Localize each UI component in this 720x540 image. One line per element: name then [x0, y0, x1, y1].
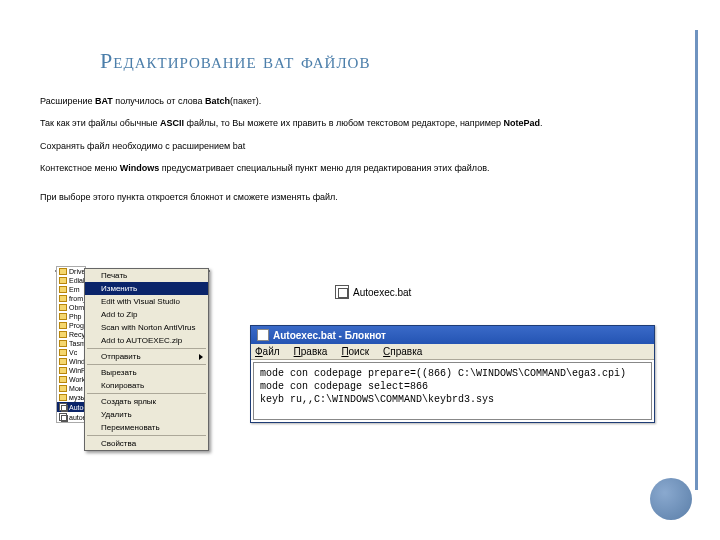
bat-file-icon: [59, 403, 67, 411]
decorative-circle: [650, 478, 692, 520]
list-item-label: Мои до: [69, 385, 85, 392]
file-list: DriverEdialerEmfrom_seObmenPhpProgramRec…: [56, 266, 86, 423]
list-item[interactable]: Tasm50: [57, 339, 85, 348]
autoexec-file-icon: Autoexec.bat: [335, 285, 411, 299]
notepad-menubar: ФайлПравкаПоискСправка: [251, 344, 654, 360]
notepad-titlebar: Autoexec.bat - Блокнот: [251, 326, 654, 344]
list-item-label: Driver: [69, 268, 85, 275]
paragraph-4: Контекстное меню Windows предусматривает…: [40, 161, 680, 175]
paragraph-5: При выборе этого пункта откроется блокно…: [40, 190, 680, 204]
menubar-item[interactable]: Справка: [383, 346, 422, 357]
list-item-label: музык: [69, 394, 85, 401]
menu-item[interactable]: Edit with Visual Studio: [85, 295, 208, 308]
list-item-label: Autoexec.bat: [69, 404, 85, 411]
explorer-context-figure: DriverEdialerEmfrom_seObmenPhpProgramRec…: [55, 270, 210, 272]
folder-icon: [59, 304, 67, 311]
list-item[interactable]: Windo: [57, 357, 85, 366]
folder-icon: [59, 313, 67, 320]
folder-icon: [59, 331, 67, 338]
list-item-label: from_se: [69, 295, 85, 302]
list-item-label: Edialer: [69, 277, 85, 284]
list-item[interactable]: Php: [57, 312, 85, 321]
menu-item[interactable]: Add to AUTOEXEC.zip: [85, 334, 208, 347]
list-item-label: Windo: [69, 358, 85, 365]
list-item[interactable]: Program: [57, 321, 85, 330]
menu-item[interactable]: Scan with Norton AntiVirus: [85, 321, 208, 334]
folder-icon: [59, 286, 67, 293]
menu-item[interactable]: Отправить: [85, 350, 208, 363]
list-item-label: WinRA: [69, 367, 85, 374]
list-item[interactable]: Edialer: [57, 276, 85, 285]
menubar-item[interactable]: Правка: [294, 346, 328, 357]
autoexec-label: Autoexec.bat: [353, 287, 411, 298]
slide-title: Редактирование bat файлов: [0, 0, 720, 74]
menubar-item[interactable]: Поиск: [341, 346, 369, 357]
list-item[interactable]: музык: [57, 393, 85, 402]
decorative-vertical-line: [695, 30, 698, 490]
list-item[interactable]: Vc: [57, 348, 85, 357]
menu-item[interactable]: Изменить: [85, 282, 208, 295]
menu-item[interactable]: Копировать: [85, 379, 208, 392]
list-item-label: Work: [69, 376, 85, 383]
context-menu: ПечатьИзменитьEdit with Visual StudioAdd…: [84, 268, 209, 451]
list-item[interactable]: Obmen: [57, 303, 85, 312]
list-item[interactable]: WinRA: [57, 366, 85, 375]
list-item-label: Recycle: [69, 331, 85, 338]
menu-item[interactable]: Свойства: [85, 437, 208, 450]
paragraph-2: Так как эти файлы обычные ASCII файлы, т…: [40, 116, 680, 130]
notepad-window: Autoexec.bat - Блокнот ФайлПравкаПоискСп…: [250, 325, 655, 423]
folder-icon: [59, 376, 67, 383]
menu-item[interactable]: Вырезать: [85, 366, 208, 379]
menu-item[interactable]: Удалить: [85, 408, 208, 421]
folder-icon: [59, 295, 67, 302]
figures-area: DriverEdialerEmfrom_seObmenPhpProgramRec…: [55, 270, 675, 490]
menubar-item[interactable]: Файл: [255, 346, 280, 357]
list-item-label: autoexec.nav: [69, 414, 85, 421]
folder-icon: [59, 340, 67, 347]
list-item-label: Em: [69, 286, 80, 293]
folder-icon: [59, 394, 67, 401]
menu-item[interactable]: Add to Zip: [85, 308, 208, 321]
list-item-label: Program: [69, 322, 85, 329]
notepad-app-icon: [257, 329, 269, 341]
folder-icon: [59, 277, 67, 284]
list-item-label: Tasm50: [69, 340, 85, 347]
list-item-label: Php: [69, 313, 81, 320]
list-item[interactable]: autoexec.nav: [57, 412, 85, 422]
notepad-title-text: Autoexec.bat - Блокнот: [273, 330, 386, 341]
list-item[interactable]: from_se: [57, 294, 85, 303]
notepad-body: mode con codepage prepare=((866) C:\WIND…: [253, 362, 652, 420]
menu-item[interactable]: Печать: [85, 269, 208, 282]
list-item[interactable]: Recycle: [57, 330, 85, 339]
list-item[interactable]: Em: [57, 285, 85, 294]
folder-icon: [59, 349, 67, 356]
body-text: Расширение BAT получилось от слова Batch…: [0, 74, 720, 204]
paragraph-3: Сохранять файл необходимо с расширением …: [40, 139, 680, 153]
list-item-label: Obmen: [69, 304, 85, 311]
paragraph-1: Расширение BAT получилось от слова Batch…: [40, 94, 680, 108]
list-item-label: Vc: [69, 349, 77, 356]
folder-icon: [59, 322, 67, 329]
menu-item[interactable]: Создать ярлык: [85, 395, 208, 408]
folder-icon: [59, 367, 67, 374]
bat-file-icon: [335, 285, 349, 299]
bat-file-icon: [59, 413, 67, 421]
menu-item[interactable]: Переименовать: [85, 421, 208, 434]
list-item[interactable]: Work: [57, 375, 85, 384]
folder-icon: [59, 268, 67, 275]
list-item[interactable]: Мои до: [57, 384, 85, 393]
folder-icon: [59, 358, 67, 365]
folder-icon: [59, 385, 67, 392]
list-item[interactable]: Driver: [57, 267, 85, 276]
list-item[interactable]: Autoexec.bat: [57, 402, 85, 412]
